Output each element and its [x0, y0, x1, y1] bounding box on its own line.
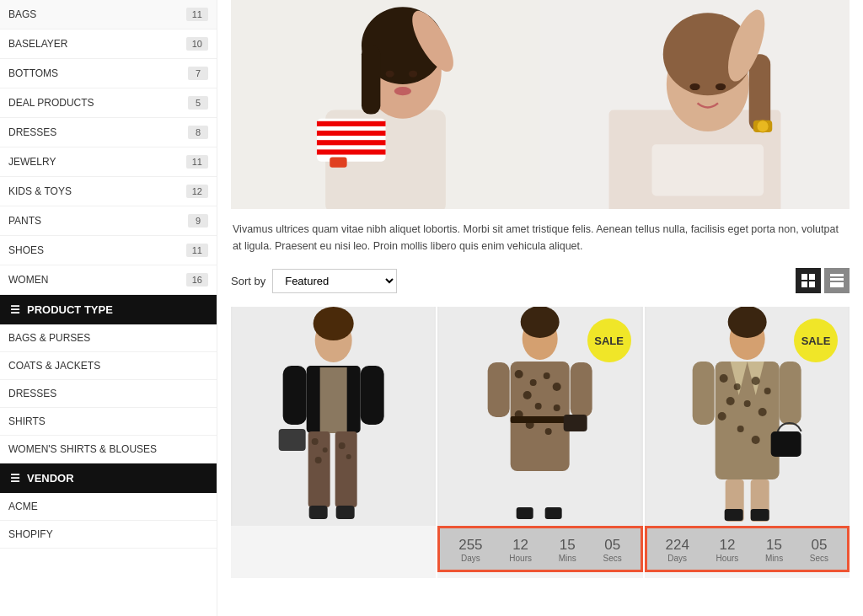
countdown-mins: 15 Mins	[765, 537, 783, 563]
sidebar-item-label: DEAL PRODUCTS	[8, 97, 94, 109]
sale-badge: SALE	[587, 319, 631, 362]
svg-point-14	[394, 87, 411, 95]
svg-rect-48	[283, 366, 307, 425]
sidebar-item-label: BOTTOMS	[8, 67, 58, 79]
svg-rect-27	[652, 144, 764, 196]
countdown-days: 224 Days	[666, 537, 689, 563]
no-countdown	[231, 526, 436, 578]
sort-label: Sort by	[231, 275, 265, 287]
svg-rect-90	[779, 362, 801, 425]
view-icons	[796, 268, 850, 293]
list-view-button[interactable]	[824, 268, 850, 293]
sidebar-item-label: BASELAYER	[8, 38, 67, 50]
svg-point-26	[757, 120, 769, 131]
sidebar-item-label: DRESSES	[8, 126, 56, 138]
svg-rect-35	[830, 285, 844, 287]
sidebar-item-count: 11	[186, 244, 208, 257]
sidebar-item-label: KIDS & TOYS	[8, 185, 72, 197]
sidebar-item[interactable]: JEWELRY 11	[0, 147, 217, 177]
sidebar-item[interactable]: BOTTOMS 7	[0, 59, 217, 88]
svg-point-59	[523, 391, 532, 399]
countdown-days-number: 224	[666, 537, 689, 554]
svg-rect-6	[317, 131, 386, 136]
hero-right-svg	[540, 0, 850, 209]
svg-rect-72	[545, 507, 562, 519]
sidebar-item[interactable]: SHOES 11	[0, 236, 217, 265]
vendor-link[interactable]: ACME	[0, 493, 217, 521]
svg-rect-70	[564, 415, 587, 431]
countdown-mins: 15 Mins	[559, 537, 576, 563]
countdown-secs: 05 Secs	[603, 537, 622, 563]
svg-point-79	[719, 374, 727, 383]
main-content: Vivamus ultrices quam vitae nibh aliquet…	[217, 0, 863, 616]
svg-point-62	[535, 403, 542, 410]
svg-rect-89	[692, 362, 714, 425]
countdown-hours-number: 12	[719, 537, 735, 554]
product-card[interactable]	[231, 307, 436, 578]
svg-point-84	[743, 400, 750, 407]
hero-left-svg	[231, 0, 540, 209]
svg-rect-50	[309, 506, 328, 519]
sidebar-item[interactable]: BASELAYER 10	[0, 29, 217, 59]
hero-images	[231, 0, 850, 209]
grid-view-button[interactable]	[796, 268, 821, 293]
sort-bar: Sort by FeaturedPrice: Low to HighPrice:…	[231, 268, 850, 293]
svg-point-47	[346, 454, 351, 459]
sidebar-item[interactable]: DRESSES 8	[0, 118, 217, 147]
product-type-link[interactable]: COATS & JACKETS	[0, 352, 217, 380]
product-card[interactable]: SALE	[437, 307, 642, 578]
svg-rect-52	[279, 429, 306, 451]
sidebar-item-count: 7	[188, 67, 208, 80]
bars-icon-vendor: ☰	[10, 472, 20, 485]
svg-point-82	[751, 377, 759, 385]
svg-rect-11	[362, 46, 380, 115]
sidebar-item-count: 8	[188, 126, 208, 139]
svg-rect-5	[317, 121, 386, 126]
sidebar-item-count: 11	[186, 8, 208, 21]
product-type-link[interactable]: SHIRTS	[0, 408, 217, 436]
svg-rect-49	[361, 366, 384, 425]
svg-rect-31	[809, 281, 815, 287]
sidebar-item-label: SHOES	[8, 244, 44, 256]
sidebar-item-count: 5	[188, 96, 208, 110]
svg-rect-67	[511, 416, 570, 423]
svg-rect-7	[317, 140, 386, 145]
vendor-section: ☰ VENDOR ACMESHOPIFY	[0, 463, 217, 549]
sort-select[interactable]: FeaturedPrice: Low to HighPrice: High to…	[272, 269, 397, 293]
sidebar-item-count: 10	[186, 37, 208, 51]
svg-rect-21	[749, 54, 770, 131]
sidebar-item[interactable]: DEAL PRODUCTS 5	[0, 88, 217, 118]
vendor-link[interactable]: SHOPIFY	[0, 521, 217, 549]
product-card[interactable]: SALE	[645, 307, 850, 578]
countdown-days: 255 Days	[458, 537, 482, 563]
product-type-link[interactable]: DRESSES	[0, 380, 217, 408]
countdown-days-label: Days	[461, 554, 480, 563]
svg-rect-41	[308, 431, 330, 507]
svg-rect-68	[488, 362, 510, 417]
countdown-mins-number: 15	[766, 537, 782, 554]
vendor-header: ☰ VENDOR	[0, 463, 217, 493]
svg-rect-33	[830, 278, 844, 281]
countdown-mins-number: 15	[560, 537, 576, 554]
bars-icon: ☰	[10, 303, 20, 316]
vendor-title: VENDOR	[27, 472, 74, 485]
svg-point-88	[751, 436, 759, 444]
svg-rect-40	[320, 367, 347, 433]
sidebar-item[interactable]: BAGS 11	[0, 0, 217, 29]
svg-point-87	[737, 426, 743, 432]
svg-rect-28	[801, 274, 807, 280]
svg-point-22	[689, 83, 700, 90]
sidebar-item[interactable]: PANTS 9	[0, 206, 217, 236]
sidebar-item[interactable]: KIDS & TOYS 12	[0, 177, 217, 206]
sale-badge: SALE	[794, 319, 838, 362]
countdown-hours: 12 Hours	[716, 537, 739, 563]
svg-point-38	[314, 307, 354, 340]
product-type-link[interactable]: BAGS & PURSES	[0, 324, 217, 352]
sidebar-item[interactable]: WOMEN 16	[0, 265, 217, 295]
sidebar-item-count: 12	[186, 185, 208, 198]
countdown-hours-label: Hours	[716, 554, 739, 563]
product-type-link[interactable]: WOMEN'S SHIRTS & BLOUSES	[0, 436, 217, 463]
svg-point-23	[716, 83, 726, 90]
svg-point-45	[315, 457, 322, 463]
countdown-mins-label: Mins	[765, 554, 783, 563]
